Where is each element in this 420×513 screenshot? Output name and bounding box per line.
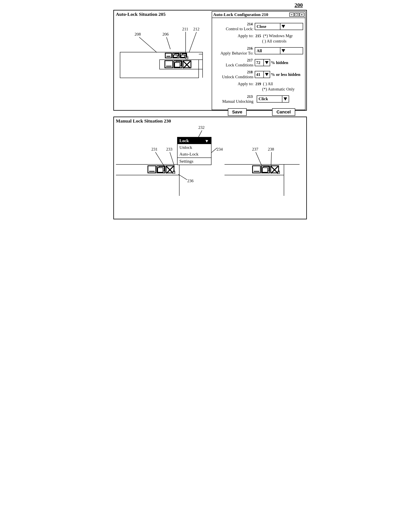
control-to-lock-select[interactable]: Close <box>255 23 303 30</box>
menu-item-settings[interactable]: Settings <box>178 158 211 165</box>
context-menu: Lock Unlock Auto-Lock Settings <box>177 137 211 165</box>
cursor-icon <box>205 139 209 143</box>
back-minimize-icon <box>165 53 172 58</box>
callout-211: 211 <box>182 27 188 32</box>
label-manual-unlocking: Manual Unlocking <box>222 99 253 104</box>
radio-all-controls[interactable]: ( ) All controls <box>262 39 286 44</box>
back-close-locked-icon <box>180 53 187 58</box>
callout-232: 232 <box>198 125 205 130</box>
chevron-down-icon <box>263 60 270 66</box>
dialog-window-controls: ━ ❐ ✕ <box>289 13 304 17</box>
lock-percent-select[interactable]: 72 <box>255 59 270 66</box>
panel-title-manual: Manual Lock Situation 230 <box>116 118 171 124</box>
manual-unlocking-select[interactable]: Click <box>257 95 289 103</box>
callout-236: 236 <box>188 178 194 183</box>
menu-item-unlock[interactable]: Unlock <box>178 144 211 151</box>
chevron-down-icon <box>263 71 270 78</box>
right-minimize-icon[interactable] <box>252 165 261 173</box>
ref-213: 213 <box>247 94 253 99</box>
lock-percent-suffix: % hidden <box>271 60 288 65</box>
label-apply-to2: Apply to: <box>238 81 254 86</box>
chevron-down-icon <box>280 48 286 54</box>
cancel-button[interactable]: Cancel <box>272 108 295 116</box>
dialog-close-icon[interactable]: ✕ <box>300 13 304 17</box>
chevron-down-icon <box>280 23 286 30</box>
callout-208: 208 <box>135 32 141 37</box>
unlock-percent-select[interactable]: 41 <box>255 71 270 78</box>
label-apply-behavior: Apply Behavior To: <box>220 51 253 55</box>
radio-windows-mgr[interactable]: (*) Windows Mgr <box>263 33 293 38</box>
save-button[interactable]: Save <box>228 108 247 116</box>
callout-231: 231 <box>151 147 158 152</box>
back-restore-icon <box>172 53 180 58</box>
chevron-down-icon <box>282 96 288 102</box>
menu-item-autolock[interactable]: Auto-Lock <box>178 151 211 158</box>
figure-number: 200 <box>295 2 303 8</box>
auto-lock-panel: Auto-Lock Situation 205 <box>113 10 307 111</box>
config-dialog: Auto-Lock Configuration 210 ━ ❐ ✕ 214 Co… <box>212 11 306 110</box>
callout-237: 237 <box>252 147 258 152</box>
right-close-icon[interactable] <box>270 165 279 173</box>
auto-lock-illustration <box>120 44 203 82</box>
unlock-percent-suffix: % or less hidden <box>271 72 300 77</box>
dialog-minimize-icon[interactable]: ━ <box>289 13 294 17</box>
config-title: Auto-Lock Configuration 210 <box>213 12 268 17</box>
left-close-locked-icon[interactable] <box>166 165 174 173</box>
right-restore-locked-icon[interactable] <box>261 165 270 173</box>
front-minimize-icon <box>165 60 173 68</box>
ref-216: 216 <box>247 46 253 50</box>
callout-206: 206 <box>163 32 169 37</box>
label-apply-to: Apply to: <box>238 33 254 38</box>
ref-218: 218 <box>247 70 253 74</box>
dialog-restore-icon[interactable]: ❐ <box>294 13 299 17</box>
radio-automatic-only[interactable]: (*) Automatic Only <box>262 87 295 92</box>
left-restore-icon[interactable] <box>157 165 165 173</box>
front-close-icon <box>183 60 191 68</box>
ref-217: 217 <box>247 58 253 62</box>
callout-234: 234 <box>217 147 223 152</box>
callout-233: 233 <box>166 147 172 152</box>
callout-212: 212 <box>193 27 200 32</box>
label-unlock-conditions: Unlock Conditions <box>222 75 253 79</box>
manual-lock-panel: Manual Lock Situation 230 Lock Unlock Au… <box>113 117 307 219</box>
radio-all[interactable]: ( ) All <box>263 81 273 86</box>
callout-238: 238 <box>268 147 274 152</box>
label-lock-conditions: Lock Conditions <box>226 63 254 67</box>
label-control-to-lock: Control to Lock: <box>226 26 254 31</box>
ref-219: 219 <box>255 82 261 86</box>
ref-215: 215 <box>255 34 261 38</box>
menu-item-lock[interactable]: Lock <box>178 137 211 144</box>
ref-214: 214 <box>247 22 253 26</box>
front-restore-icon <box>173 60 182 68</box>
apply-behavior-select[interactable]: All <box>255 47 303 54</box>
panel-title-auto: Auto-Lock Situation 205 <box>116 12 166 17</box>
left-minimize-icon[interactable] <box>148 165 156 173</box>
